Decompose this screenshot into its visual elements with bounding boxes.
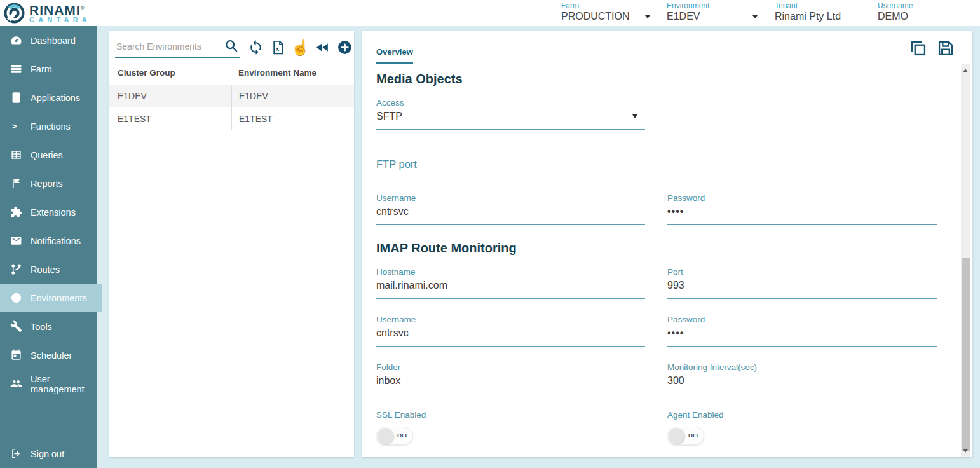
sidebar-item-routes[interactable]: Routes — [0, 255, 97, 284]
access-select[interactable]: SFTP — [376, 111, 645, 130]
sidebar-item-label: Extensions — [31, 207, 76, 217]
app-header: RINAMI® CANTARA Farm PRODUCTION Environm… — [0, 0, 980, 26]
sidebar-item-label: Routes — [31, 265, 60, 275]
media-password-field: Password •••• — [667, 193, 937, 225]
sign-out-button[interactable]: Sign out — [0, 439, 97, 468]
username-label: Username — [878, 1, 974, 10]
farm-select[interactable]: Farm PRODUCTION — [561, 1, 653, 25]
sidebar-item-label: Queries — [31, 150, 63, 160]
folder-label: Folder — [376, 362, 645, 372]
form-content: Media Objects Access SFTP FTP port Usern… — [362, 72, 972, 445]
search-field[interactable] — [115, 39, 240, 58]
agent-enabled-label: Agent Enabled — [667, 410, 937, 420]
sidebar-item-label: Dashboard — [31, 36, 76, 46]
table-row[interactable]: E1DEV E1DEV — [109, 85, 354, 107]
sidebar-item-farm[interactable]: Farm — [0, 55, 97, 83]
sidebar-item-functions[interactable]: >_ Functions — [0, 112, 97, 141]
sidebar-item-environments[interactable]: Environments — [0, 284, 102, 312]
toggle-state: OFF — [397, 427, 409, 444]
sidebar-item-notifications[interactable]: Notifications — [0, 226, 97, 255]
applications-icon — [10, 92, 22, 104]
ssl-enabled-field: SSL Enabled OFF — [376, 410, 645, 445]
excel-export-icon[interactable]: x — [269, 39, 287, 56]
folder-field: Folder inbox — [376, 362, 645, 394]
agent-enabled-toggle[interactable]: OFF — [667, 427, 704, 445]
toggle-knob — [378, 428, 393, 444]
monitoring-interval-field: Monitoring Interval(sec) 300 — [667, 362, 937, 394]
cell-environment-name[interactable]: E1DEV — [231, 85, 354, 107]
monitoring-interval-input[interactable]: 300 — [667, 375, 937, 394]
environments-icon — [10, 292, 22, 304]
imap-username-field: Username cntrsvc — [376, 315, 645, 347]
sidebar-item-applications[interactable]: Applications — [0, 83, 97, 112]
environment-detail-panel: Overview Media Objects Access SFTP FTP p… — [362, 31, 972, 457]
port-label: Port — [667, 267, 937, 277]
sidebar-nav: Dashboard Farm Applications >_ Functions… — [0, 26, 97, 468]
access-field: Access SFTP — [376, 98, 645, 130]
refresh-icon[interactable] — [247, 39, 264, 56]
svg-text:x: x — [276, 45, 280, 52]
scrollbar[interactable] — [961, 64, 970, 457]
password-label: Password — [667, 315, 937, 324]
sidebar-item-queries[interactable]: Queries — [0, 141, 97, 169]
table-row[interactable]: E1TEST E1TEST — [109, 107, 354, 130]
hand-pointer-icon[interactable]: ☝ — [292, 39, 309, 56]
sidebar-item-user-management[interactable]: User management — [0, 369, 97, 398]
scroll-up-arrow-icon[interactable] — [963, 69, 968, 72]
scheduler-icon — [10, 349, 22, 361]
media-password-input[interactable]: •••• — [667, 206, 937, 225]
port-input[interactable]: 993 — [667, 280, 937, 299]
sidebar-item-extensions[interactable]: Extensions — [0, 198, 97, 226]
environment-value[interactable]: E1DEV — [667, 10, 761, 25]
media-username-field: Username cntrsvc — [376, 193, 645, 225]
rewind-icon[interactable] — [314, 39, 331, 56]
table-body: E1DEV E1DEV E1TEST E1TEST — [109, 85, 354, 130]
imap-password-input[interactable]: •••• — [667, 327, 937, 347]
cell-cluster-group[interactable]: E1DEV — [109, 91, 231, 101]
sidebar-item-reports[interactable]: Reports — [0, 169, 97, 198]
brand-text: RINAMI® CANTARA — [29, 3, 91, 24]
scroll-down-arrow-icon[interactable] — [963, 449, 968, 453]
sidebar-item-dashboard[interactable]: Dashboard — [0, 26, 97, 55]
search-icon[interactable] — [224, 39, 240, 54]
add-icon[interactable] — [336, 39, 353, 56]
ssl-enabled-toggle[interactable]: OFF — [376, 427, 413, 445]
extensions-icon — [10, 206, 22, 218]
cell-cluster-group[interactable]: E1TEST — [109, 114, 231, 124]
sidebar-item-tools[interactable]: Tools — [0, 312, 97, 341]
search-input[interactable] — [115, 41, 224, 52]
tenant-field: Tenant Rinami Pty Ltd — [775, 1, 869, 25]
sidebar-item-label: Sign out — [31, 449, 64, 459]
tab-overview[interactable]: Overview — [376, 47, 413, 64]
routes-icon — [10, 263, 22, 275]
hostname-input[interactable]: mail.rinami.com — [376, 280, 645, 299]
copy-icon[interactable] — [909, 39, 927, 57]
password-label: Password — [667, 193, 937, 203]
cell-environment-name[interactable]: E1TEST — [231, 107, 354, 130]
folder-input[interactable]: inbox — [376, 375, 645, 394]
ftp-port-input[interactable]: FTP port — [376, 158, 645, 177]
notifications-icon — [10, 235, 22, 247]
sidebar-item-label: Farm — [31, 64, 52, 74]
farm-label: Farm — [561, 1, 653, 10]
dashboard-icon — [10, 34, 22, 46]
column-header-cluster-group: Cluster Group — [109, 68, 231, 78]
farm-value[interactable]: PRODUCTION — [561, 10, 653, 25]
monitoring-interval-label: Monitoring Interval(sec) — [667, 362, 937, 372]
save-icon[interactable] — [937, 39, 955, 57]
sidebar-item-scheduler[interactable]: Scheduler — [0, 341, 97, 369]
media-username-input[interactable]: cntrsvc — [376, 206, 645, 225]
brand-logo[interactable]: RINAMI® CANTARA — [3, 2, 91, 24]
environment-select[interactable]: Environment E1DEV — [667, 1, 761, 25]
sidebar-item-label: Environments — [31, 293, 87, 303]
table-header: Cluster Group Environment Name — [109, 60, 354, 85]
imap-username-input[interactable]: cntrsvc — [376, 327, 645, 347]
scrollbar-thumb[interactable] — [962, 258, 970, 451]
username-label: Username — [376, 193, 645, 203]
functions-icon: >_ — [10, 120, 22, 132]
chevron-down-icon — [632, 114, 637, 118]
panel-actions — [909, 39, 955, 57]
section-title-media-objects: Media Objects — [376, 72, 972, 86]
ftp-port-field: FTP port — [376, 158, 645, 177]
username-value: DEMO — [878, 10, 974, 25]
